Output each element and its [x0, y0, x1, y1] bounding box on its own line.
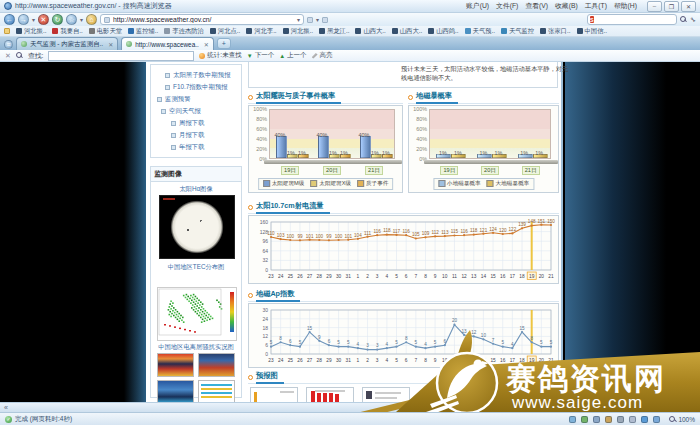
sidebar-menu-item[interactable]: 空间天气报 — [151, 105, 241, 117]
maximize-button[interactable]: ❐ — [664, 1, 679, 12]
history-dropdown-icon[interactable]: ▾ — [32, 16, 35, 23]
forward-button[interactable]: → — [18, 14, 29, 25]
page-right-glow — [565, 62, 700, 412]
network-icon[interactable] — [653, 416, 660, 423]
sidebar-collapse-strip[interactable]: « — [0, 402, 700, 412]
find-prev-button[interactable]: ▲上一个 — [279, 51, 306, 60]
sidebar-menu-label: 监测预警 — [165, 95, 191, 104]
svg-text:5: 5 — [434, 340, 437, 345]
f107-chart-box: 0326496128160110103100991011009910010110… — [248, 215, 559, 284]
favorites-item[interactable]: 山西大.. — [392, 27, 422, 36]
svg-text:3: 3 — [366, 343, 369, 348]
find-next-button[interactable]: ▼下一个 — [247, 51, 274, 60]
address-bar[interactable]: ▾ — [100, 14, 304, 25]
bar-value-label: 40% — [272, 132, 289, 138]
page-icon — [164, 28, 170, 34]
favorites-item[interactable]: 山西鸽.. — [428, 27, 458, 36]
collapse-arrow-icon[interactable]: « — [4, 404, 8, 411]
tab-list-icon[interactable]: ≡ — [4, 40, 13, 49]
menu-item[interactable]: 文件(F) — [496, 1, 518, 11]
sidebar-menu-item[interactable]: 月报下载 — [151, 129, 241, 141]
svg-text:0: 0 — [265, 351, 268, 357]
svg-text:12: 12 — [471, 330, 477, 335]
menu-item[interactable]: 收藏(B) — [555, 1, 578, 11]
tab-active[interactable]: http://www.spacewea..✕ — [121, 37, 214, 50]
refresh-button[interactable]: ↻ — [52, 14, 63, 25]
favorites-item[interactable]: 河北李.. — [246, 27, 276, 36]
wrench-icon[interactable]: 🔧︎ — [690, 17, 696, 23]
favorites-item[interactable]: 电影天堂 — [89, 27, 122, 36]
stop-button[interactable]: ✕ — [38, 14, 49, 25]
tec-distribution-map[interactable] — [157, 287, 237, 341]
menu-item[interactable]: 帮助(H) — [614, 1, 637, 11]
find-highlight-button[interactable]: 高亮 — [312, 51, 333, 60]
ie-icon[interactable] — [641, 416, 648, 423]
favorites-item[interactable]: 我要自.. — [52, 27, 82, 36]
sidebar-link-tec-map[interactable]: 中国地区TEC分布图 — [151, 261, 241, 274]
svg-text:124: 124 — [489, 227, 497, 232]
svg-text:24: 24 — [278, 274, 284, 279]
search-go-icon[interactable] — [680, 16, 687, 23]
quick-dropdown-icon[interactable]: ▾ — [316, 16, 319, 23]
favorites-item[interactable]: 天气监控 — [501, 27, 534, 36]
close-button[interactable]: ✕ — [681, 1, 696, 12]
mail-icon[interactable] — [629, 416, 636, 423]
tab-close-icon[interactable]: ✕ — [204, 41, 209, 48]
sidebar-menu-item[interactable]: 太阳黑子数中期预报 — [151, 69, 241, 81]
tab-inactive[interactable]: 天气监测 - 内蒙古监测自..✕ — [16, 37, 118, 50]
search-box[interactable]: S — [587, 14, 677, 25]
tab-close-icon[interactable]: ✕ — [108, 41, 113, 48]
snapshot-icon[interactable] — [605, 416, 612, 423]
sidebar-menu-item[interactable]: 年报下载 — [151, 141, 241, 153]
favorites-item[interactable]: 河北振.. — [283, 27, 313, 36]
clock-icon — [501, 28, 507, 34]
favorites-item[interactable]: 河北点.. — [210, 27, 240, 36]
upload-icon[interactable] — [581, 416, 588, 423]
search-input[interactable] — [596, 16, 684, 24]
minimize-button[interactable]: – — [647, 1, 662, 12]
favorites-item[interactable]: 山西大.. — [355, 27, 385, 36]
shield-icon[interactable] — [593, 416, 600, 423]
star-icon[interactable] — [307, 17, 313, 23]
favorites-item[interactable]: 李连杰防治 — [164, 27, 203, 36]
favorites-item[interactable]: 天气预.. — [465, 27, 495, 36]
findbar-close-icon[interactable]: ✕ — [5, 52, 11, 60]
favorites-item[interactable]: 张家口.. — [540, 27, 570, 36]
pen-icon — [312, 53, 318, 59]
favorites-item[interactable]: 监控辅.. — [128, 27, 158, 36]
svg-text:3: 3 — [376, 343, 379, 348]
favorites-item[interactable]: 河北振.. — [16, 27, 46, 36]
ionosphere-heatmap-1[interactable] — [157, 353, 194, 377]
mute-icon[interactable] — [617, 416, 624, 423]
refresh-monitor-icon[interactable] — [569, 416, 576, 423]
favorites-button[interactable]: ☆ — [66, 14, 77, 25]
sidebar-menu-item[interactable]: 监测预警 — [151, 93, 241, 105]
favorites-dropdown-icon[interactable]: ▾ — [80, 16, 83, 23]
ionosphere-heatmap-2[interactable] — [198, 353, 235, 377]
new-tab-button[interactable]: + — [217, 38, 231, 49]
sidebar-menu-item[interactable]: F10.7指数中期预报 — [151, 81, 241, 93]
favorites-item[interactable]: 黑龙江.. — [319, 27, 349, 36]
svg-text:16: 16 — [500, 358, 506, 363]
folder-icon[interactable] — [4, 28, 10, 34]
menu-item[interactable]: 工具(T) — [585, 1, 607, 11]
find-input[interactable] — [48, 51, 194, 61]
extensions-icon[interactable] — [322, 17, 328, 23]
zoom-control[interactable]: 100% — [669, 416, 695, 423]
svg-text:20: 20 — [539, 358, 545, 363]
svg-text:8: 8 — [279, 336, 282, 341]
sidebar-menu-item[interactable]: 周报下载 — [151, 117, 241, 129]
svg-text:5: 5 — [337, 340, 340, 345]
back-button[interactable]: ← — [4, 14, 15, 25]
y-axis-label: 100% — [249, 106, 267, 112]
window-title: http://www.spaceweather.gov.cn/ - 搜狗高速浏览… — [15, 1, 172, 11]
menu-item[interactable]: 账户(U) — [466, 1, 489, 11]
sun-halpha-image[interactable] — [159, 195, 235, 259]
ionosphere-legend-thumb[interactable] — [198, 380, 235, 404]
address-dropdown-icon[interactable]: ▾ — [297, 16, 300, 23]
favorites-item[interactable]: 中国信.. — [577, 27, 607, 36]
home-button[interactable]: ⌂ — [86, 14, 97, 25]
address-input[interactable] — [113, 16, 294, 24]
menu-item[interactable]: 查看(V) — [525, 1, 548, 11]
ionosphere-heatmap-3[interactable] — [157, 380, 194, 404]
